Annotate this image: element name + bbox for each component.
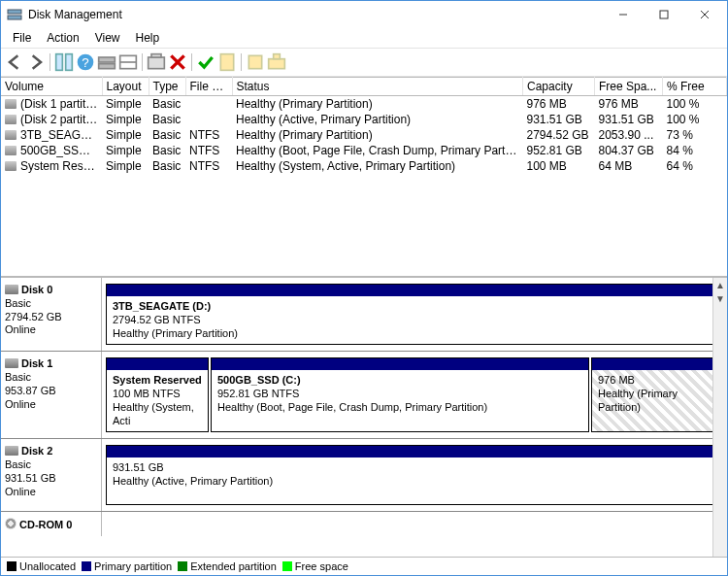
volume-fs (185, 96, 232, 113)
partition-line3: Healthy (System, Acti (113, 401, 202, 428)
volume-row[interactable]: 3TB_SEAGATE (D:)SimpleBasicNTFSHealthy (… (1, 127, 727, 143)
close-button[interactable] (684, 1, 725, 28)
col-filesystem[interactable]: File S... (185, 78, 232, 96)
disk-type: Basic (5, 458, 99, 472)
help-icon[interactable]: ? (76, 52, 95, 72)
col-free[interactable]: Free Spa... (595, 78, 663, 96)
scroll-down-icon[interactable]: ▼ (713, 291, 727, 305)
col-type[interactable]: Type (149, 78, 185, 96)
disk-size: 2794.52 GB (5, 311, 99, 324)
properties-icon[interactable] (217, 52, 237, 72)
window: Disk Management File Action View Help ? (0, 0, 728, 576)
volume-fs: NTFS (185, 158, 232, 174)
disk-type: Basic (5, 371, 99, 385)
menu-action[interactable]: Action (39, 29, 86, 47)
volume-free: 804.37 GB (595, 143, 663, 158)
svg-rect-7 (66, 54, 73, 71)
volume-capacity: 952.81 GB (523, 143, 595, 158)
svg-rect-18 (220, 54, 233, 71)
partition-line2: 931.51 GB (113, 461, 716, 475)
menu-file[interactable]: File (5, 29, 39, 47)
scroll-up-icon[interactable]: ▲ (713, 278, 727, 291)
partition[interactable]: 976 MBHealthy (Primary Partition) (591, 357, 723, 432)
window-title: Disk Management (28, 8, 603, 21)
menu-view[interactable]: View (87, 29, 128, 47)
disk-name: Disk 2 (21, 445, 52, 457)
legend-free: Free space (282, 560, 348, 572)
column-headers[interactable]: Volume Layout Type File S... Status Capa… (1, 78, 727, 96)
col-layout[interactable]: Layout (102, 78, 149, 96)
partition-stripe (107, 358, 208, 370)
partition-stripe (212, 358, 588, 370)
volume-type: Basic (149, 158, 185, 174)
toolbar-icon-7[interactable] (267, 52, 286, 72)
volume-capacity: 100 MB (523, 158, 595, 174)
volume-name: System Reserved (1, 158, 102, 174)
volume-icon (5, 161, 17, 171)
disk-row[interactable]: Disk 2Basic931.51 GBOnline931.51 GBHealt… (1, 439, 727, 512)
volume-status: Healthy (Primary Partition) (232, 127, 523, 143)
volume-status: Healthy (Primary Partition) (232, 96, 523, 113)
cdrom-row[interactable]: CD-ROM 0 (1, 512, 727, 536)
disk-info: Disk 2Basic931.51 GBOnline (1, 439, 102, 511)
disk-row[interactable]: Disk 1Basic953.87 GBOnlineSystem Reserve… (1, 352, 727, 439)
volume-pctfree: 100 % (663, 112, 727, 127)
col-status[interactable]: Status (232, 78, 523, 96)
volume-free: 976 MB (595, 96, 663, 113)
volume-type: Basic (149, 143, 185, 158)
toolbar-icon-4[interactable] (118, 52, 138, 72)
volume-fs (185, 112, 232, 127)
disk-name: Disk 1 (21, 357, 52, 369)
volume-row[interactable]: 500GB_SSD (C:)SimpleBasicNTFSHealthy (Bo… (1, 143, 727, 158)
legend-unallocated: Unallocated (7, 560, 76, 572)
disk-map[interactable]: Disk 0Basic2794.52 GBOnline3TB_SEAGATE (… (1, 278, 727, 558)
minimize-button[interactable] (603, 1, 644, 28)
delete-icon[interactable] (168, 52, 187, 72)
back-button[interactable] (5, 52, 24, 72)
check-icon[interactable] (196, 52, 215, 72)
volume-row[interactable]: System ReservedSimpleBasicNTFSHealthy (S… (1, 158, 727, 174)
partition[interactable]: System Reserved100 MB NTFSHealthy (Syste… (106, 357, 209, 432)
volume-row[interactable]: (Disk 1 partition 3)SimpleBasicHealthy (… (1, 96, 727, 113)
svg-text:?: ? (82, 55, 88, 70)
partition-stripe (107, 446, 722, 457)
col-pctfree[interactable]: % Free (663, 78, 727, 96)
forward-button[interactable] (26, 52, 46, 72)
svg-rect-11 (99, 64, 116, 69)
svg-rect-3 (660, 11, 668, 18)
legend: Unallocated Primary partition Extended p… (1, 558, 727, 575)
app-icon (7, 7, 22, 22)
partition-stripe (592, 358, 722, 370)
disk-row[interactable]: Disk 0Basic2794.52 GBOnline3TB_SEAGATE (… (1, 278, 727, 352)
col-capacity[interactable]: Capacity (523, 78, 595, 96)
volume-name: (Disk 1 partition 3) (1, 96, 102, 113)
volume-list[interactable]: Volume Layout Type File S... Status Capa… (1, 77, 727, 278)
volume-name: (Disk 2 partition 1) (1, 112, 102, 127)
partition[interactable]: 500GB_SSD (C:)952.81 GB NTFSHealthy (Boo… (211, 357, 589, 432)
volume-icon (5, 130, 17, 140)
volume-name: 500GB_SSD (C:) (1, 143, 102, 158)
svg-rect-19 (248, 55, 261, 68)
titlebar: Disk Management (1, 1, 727, 28)
svg-rect-0 (8, 10, 21, 14)
volume-capacity: 931.51 GB (523, 112, 595, 127)
toolbar-icon-3[interactable] (97, 52, 116, 72)
partition-line2: 100 MB NTFS (113, 388, 202, 401)
volume-free: 931.51 GB (595, 112, 663, 127)
partition[interactable]: 931.51 GBHealthy (Active, Primary Partit… (106, 445, 723, 505)
volume-icon (5, 99, 17, 109)
volume-status: Healthy (Boot, Page File, Crash Dump, Pr… (232, 143, 523, 158)
partition[interactable]: 3TB_SEAGATE (D:)2794.52 GB NTFSHealthy (… (106, 284, 723, 345)
toolbar-icon-6[interactable] (246, 52, 265, 72)
maximize-button[interactable] (644, 1, 684, 28)
toolbar-icon-5[interactable] (147, 52, 166, 72)
volume-layout: Simple (102, 96, 149, 113)
partition-line3: Healthy (Active, Primary Partition) (113, 475, 716, 489)
volume-row[interactable]: (Disk 2 partition 1)SimpleBasicHealthy (… (1, 112, 727, 127)
partition-line3: Healthy (Primary Partition) (113, 327, 716, 341)
svg-rect-10 (99, 57, 116, 62)
col-volume[interactable]: Volume (1, 78, 102, 96)
toolbar-icon-1[interactable] (54, 52, 74, 72)
menu-help[interactable]: Help (128, 29, 168, 47)
scrollbar[interactable]: ▲ ▼ (712, 278, 727, 557)
